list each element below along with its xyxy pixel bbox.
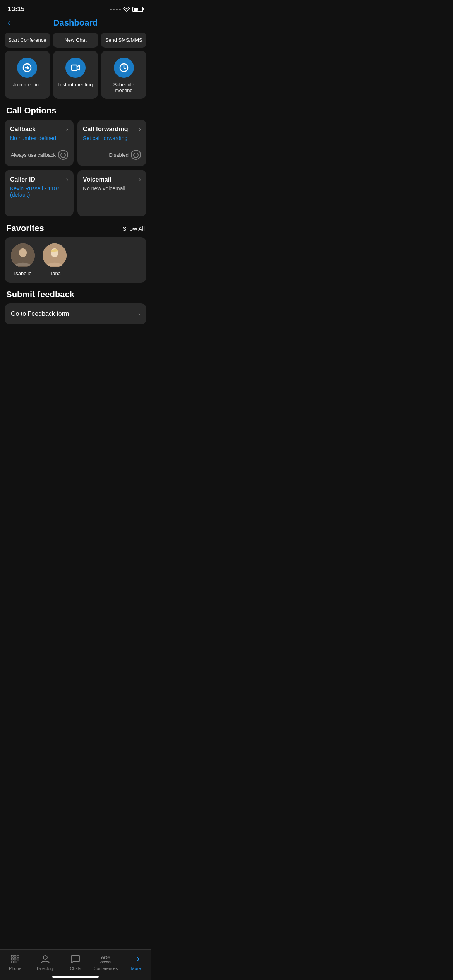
join-meeting-button[interactable]: Join meeting [5,51,50,99]
voicemail-sub: No new voicemail [83,185,141,192]
callback-title: Callback [10,126,36,133]
new-chat-button[interactable]: New Chat [53,33,98,48]
isabelle-name: Isabelle [14,271,32,276]
instant-meeting-icon [65,58,86,78]
callback-sub: No number defined [10,135,68,141]
callback-footer-label: Always use callback [11,152,56,158]
caller-id-card[interactable]: Caller ID › Kevin Russell - 1107(default… [5,170,74,216]
voicemail-card[interactable]: Voicemail › No new voicemail [77,170,146,216]
caller-id-sub: Kevin Russell - 1107(default) [10,185,68,198]
favorites-header: Favorites Show All [0,216,151,237]
submit-feedback-title: Submit feedback [0,283,151,303]
back-button[interactable]: ‹ [8,18,10,28]
instant-meeting-label: Instant meeting [58,82,93,87]
feedback-chevron: › [138,310,140,317]
page-title: Dashboard [53,18,98,28]
tiana-avatar-svg [43,243,67,267]
battery-icon [132,7,143,12]
send-sms-mms-button[interactable]: Send SMS/MMS [101,33,146,48]
isabelle-avatar [11,243,35,267]
call-forwarding-chevron: › [139,126,141,133]
wifi-icon [123,7,130,12]
call-forwarding-power-toggle[interactable] [131,150,141,160]
svg-point-6 [19,248,27,257]
quick-actions-top-row: Start Conference New Chat Send SMS/MMS [0,33,151,48]
callback-card[interactable]: Callback › No number defined Always use … [5,120,74,166]
status-time: 13:15 [8,5,24,13]
call-forwarding-footer-label: Disabled [109,152,129,158]
caller-id-chevron: › [66,176,68,183]
join-meeting-icon [17,58,37,78]
meeting-actions-row: Join meeting Instant meeting Schedule me… [0,48,151,99]
callback-chevron: › [66,126,68,133]
tiana-avatar [43,243,67,267]
caller-id-title: Caller ID [10,176,35,183]
feedback-card[interactable]: Go to Feedback form › [5,303,146,324]
call-forwarding-card[interactable]: Call forwarding › Set call forwarding Di… [77,120,146,166]
favorite-isabelle[interactable]: Isabelle [11,243,35,276]
favorites-title: Favorites [6,223,44,233]
instant-meeting-button[interactable]: Instant meeting [53,51,98,99]
voicemail-title: Voicemail [83,176,112,183]
call-forwarding-sub: Set call forwarding [83,135,141,141]
svg-point-0 [126,11,127,12]
join-meeting-label: Join meeting [13,82,41,87]
schedule-meeting-button[interactable]: Schedule meeting [101,51,146,99]
call-options-grid: Callback › No number defined Always use … [0,120,151,216]
signal-icon [110,9,121,10]
start-conference-button[interactable]: Start Conference [5,33,50,48]
feedback-label: Go to Feedback form [11,310,69,317]
call-options-title: Call Options [0,99,151,120]
call-forwarding-title: Call forwarding [83,126,128,133]
schedule-meeting-label: Schedule meeting [104,82,143,93]
favorites-container: Isabelle Tiana [5,237,146,283]
voicemail-chevron: › [139,176,141,183]
svg-rect-2 [72,65,77,70]
status-icons [110,7,143,12]
favorite-tiana[interactable]: Tiana [43,243,67,276]
callback-power-toggle[interactable] [58,150,68,160]
tiana-name: Tiana [48,271,61,276]
show-all-button[interactable]: Show All [122,225,145,232]
status-bar: 13:15 [0,0,151,16]
header: ‹ Dashboard [0,16,151,33]
schedule-meeting-icon [114,58,134,78]
isabelle-avatar-svg [11,243,35,267]
